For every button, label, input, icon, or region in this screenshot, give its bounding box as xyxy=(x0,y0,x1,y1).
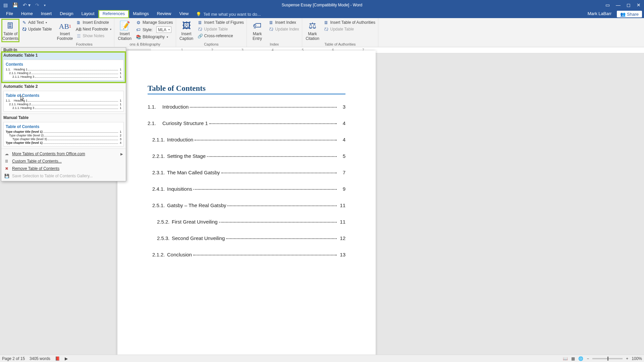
user-name[interactable]: Mark LaBarr xyxy=(584,10,615,18)
bibliography-label: Bibliography xyxy=(143,35,165,39)
tab-home[interactable]: Home xyxy=(17,10,37,18)
custom-toc-label: Custom Table of Contents... xyxy=(12,159,62,164)
page-title: Table of Contents xyxy=(148,84,345,95)
workspace: 1 2 3 4 5 6 7 Table of Contents 1.1.Intr… xyxy=(0,47,644,355)
toc-entry: 2.1.1.Introduction4 xyxy=(152,137,345,142)
tab-view[interactable]: View xyxy=(175,10,193,18)
tof-label: Insert Table of Figures xyxy=(204,20,244,25)
mark-citation-label: Mark Citation xyxy=(306,32,319,41)
insert-index-button[interactable]: 🗏Insert Index xyxy=(268,19,300,25)
word-icon: ▤ xyxy=(3,2,8,8)
tab-review[interactable]: Review xyxy=(153,10,175,18)
insert-index-icon: 🗏 xyxy=(268,20,274,25)
share-button[interactable]: 👥 Share xyxy=(617,11,642,17)
show-notes-label: Show Notes xyxy=(83,34,105,38)
toc-entry: 2.2.1.Setting the Stage5 xyxy=(152,153,345,159)
custom-toc-menuitem[interactable]: 🗏Custom Table of Contents... xyxy=(1,158,126,165)
more-toc-menuitem[interactable]: ☁More Tables of Contents from Office.com… xyxy=(1,150,126,158)
tab-file[interactable]: File xyxy=(2,10,17,18)
macro-icon[interactable]: ▶ xyxy=(65,356,68,361)
update-toa-button[interactable]: 🗘Update Table xyxy=(323,26,376,32)
style-icon: 🏷 xyxy=(136,27,141,33)
redo-icon[interactable]: ↷ xyxy=(35,2,39,8)
add-text-button[interactable]: ✎Add Text▾ xyxy=(21,19,53,25)
update-index-label: Update Index xyxy=(275,27,299,32)
toc-label: Table of Contents xyxy=(2,32,18,41)
ribbon: 🗏 Table of Contents ✎Add Text▾ 🗘Update T… xyxy=(0,18,644,47)
tab-references[interactable]: References xyxy=(99,10,129,18)
next-footnote-button[interactable]: ABNext Footnote▾ xyxy=(75,26,112,32)
zoom-slider[interactable] xyxy=(592,358,623,359)
qat-customize-icon[interactable]: ▾ xyxy=(44,3,46,7)
update-index-button[interactable]: 🗘Update Index xyxy=(268,26,300,32)
manage-sources-button[interactable]: ⚙Manage Sources xyxy=(135,19,174,25)
ribbon-options-icon[interactable]: ▭ xyxy=(605,2,610,8)
insert-footnote-button[interactable]: AB1 Insert Footnote xyxy=(57,19,73,42)
tab-layout[interactable]: Layout xyxy=(77,10,99,18)
manual-title: Manual Table xyxy=(3,115,124,120)
zoom-level[interactable]: 100% xyxy=(632,356,642,361)
gallery-manual-table[interactable]: Manual Table Table of Contents Type chap… xyxy=(1,114,126,149)
toc-entry: 2.1.Curiosity Structure 14 xyxy=(148,120,345,126)
toc-dropdown: Built-In Automatic Table 1 Contents 1.1.… xyxy=(1,47,126,181)
add-text-icon: ✎ xyxy=(21,20,27,25)
insert-tof-button[interactable]: 🗏Insert Table of Figures xyxy=(197,19,245,25)
update-table-button[interactable]: 🗘Update Table xyxy=(21,26,53,32)
tell-me-input[interactable]: Tell me what you want to do... xyxy=(203,12,261,17)
update-toa-label: Update Table xyxy=(330,27,354,32)
caption-icon: 🖼 xyxy=(181,20,192,31)
style-select[interactable]: 🏷Style: MLA▾ xyxy=(135,26,174,33)
maximize-icon[interactable]: ◻ xyxy=(627,2,631,8)
toc-entry: 2.3.1.The Man Called Gatsby7 xyxy=(152,170,345,175)
undo-icon[interactable]: ↶ ▾ xyxy=(23,2,31,8)
status-bar: Page 2 of 15 3405 words 📕 ▶ 📖 ▦ 🌐 − + 10… xyxy=(0,355,644,362)
update-caption-label: Update Table xyxy=(204,27,228,32)
custom-toc-icon: 🗏 xyxy=(4,159,9,164)
auto1-heading: Contents xyxy=(6,62,121,67)
save-icon[interactable]: 💾 xyxy=(12,2,18,8)
manage-sources-icon: ⚙ xyxy=(136,20,141,25)
mark-entry-button[interactable]: 🏷 Mark Entry xyxy=(249,19,266,42)
zoom-in-icon[interactable]: + xyxy=(626,356,628,361)
toc-entry: 2.4.1.Inquisitions9 xyxy=(152,186,345,192)
menu-bar: File Home Insert Design Layout Reference… xyxy=(0,10,644,18)
endnote-icon: 🗎 xyxy=(76,20,82,25)
zoom-out-icon[interactable]: − xyxy=(587,356,589,361)
more-toc-label: More Tables of Contents from Office.com xyxy=(12,152,85,156)
insert-endnote-button[interactable]: 🗎Insert Endnote xyxy=(75,19,112,25)
page-indicator[interactable]: Page 2 of 15 xyxy=(2,356,25,361)
gallery-automatic-table-1[interactable]: Automatic Table 1 Contents 1.1.Heading 1… xyxy=(1,52,126,83)
tab-insert[interactable]: Insert xyxy=(37,10,56,18)
print-layout-icon[interactable]: ▦ xyxy=(571,356,575,361)
bibliography-button[interactable]: 📚Bibliography▾ xyxy=(135,34,174,40)
tab-mailings[interactable]: Mailings xyxy=(129,10,153,18)
spellcheck-icon[interactable]: 📕 xyxy=(55,356,60,361)
footnote-label: Insert Footnote xyxy=(57,32,73,41)
update-caption-table-button[interactable]: 🗘Update Table xyxy=(197,26,245,32)
show-notes-icon: ☰ xyxy=(76,33,82,39)
remove-toc-menuitem[interactable]: ✖Remove Table of Contents xyxy=(1,165,126,172)
insert-caption-button[interactable]: 🖼 Insert Caption xyxy=(178,19,195,42)
insert-citation-button[interactable]: 📝 Insert Citation xyxy=(116,19,133,42)
style-label: Style: xyxy=(143,27,153,32)
minimize-icon[interactable]: — xyxy=(616,2,621,8)
mark-citation-icon: ⚖ xyxy=(307,20,318,31)
toc-entry: 2.5.1.Gatsby – The Real Gatsby11 xyxy=(152,202,345,208)
read-mode-icon[interactable]: 📖 xyxy=(563,356,568,361)
footnote-icon: AB1 xyxy=(60,20,70,31)
toa-group-label: Table of Authorities xyxy=(304,42,376,46)
cross-reference-button[interactable]: 🔗Cross-reference xyxy=(197,33,245,39)
close-icon[interactable]: ✕ xyxy=(637,2,641,8)
mark-citation-button[interactable]: ⚖ Mark Citation xyxy=(304,19,321,42)
gallery-automatic-table-2[interactable]: Automatic Table 2 Table of Contents 1.1.… xyxy=(1,83,126,114)
show-notes-button[interactable]: ☰Show Notes xyxy=(75,33,112,39)
table-of-contents-button[interactable]: 🗏 Table of Contents xyxy=(2,19,19,42)
word-count[interactable]: 3405 words xyxy=(30,356,50,361)
update-label: Update Table xyxy=(28,27,52,32)
insert-toa-button[interactable]: 🗏Insert Table of Authorities xyxy=(323,19,376,25)
mark-entry-label: Mark Entry xyxy=(253,32,262,41)
tab-design[interactable]: Design xyxy=(56,10,77,18)
web-layout-icon[interactable]: 🌐 xyxy=(578,356,583,361)
document-page: Table of Contents 1.1.Introduction32.1.C… xyxy=(117,51,376,355)
insert-toa-icon: 🗏 xyxy=(324,20,329,25)
